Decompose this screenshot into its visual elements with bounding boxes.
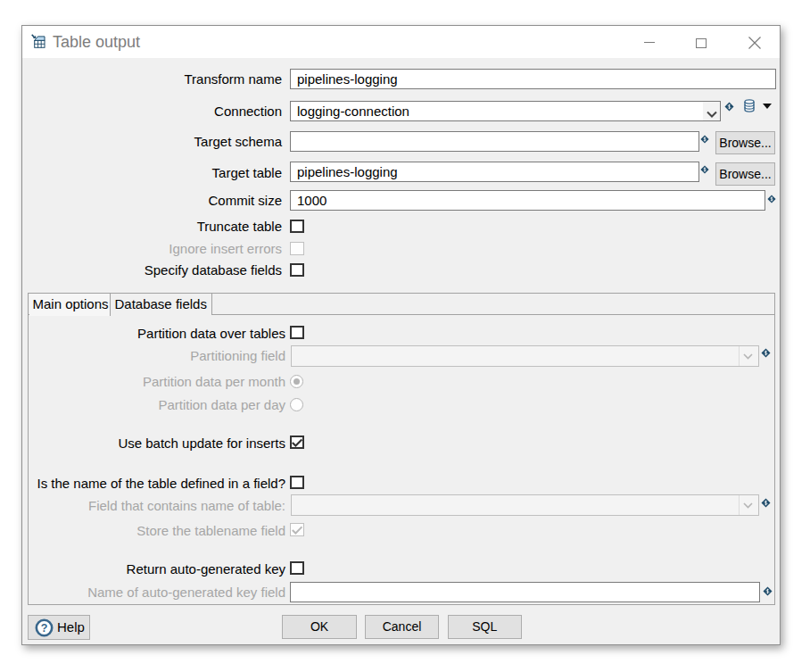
svg-text:?: ? (41, 622, 48, 635)
